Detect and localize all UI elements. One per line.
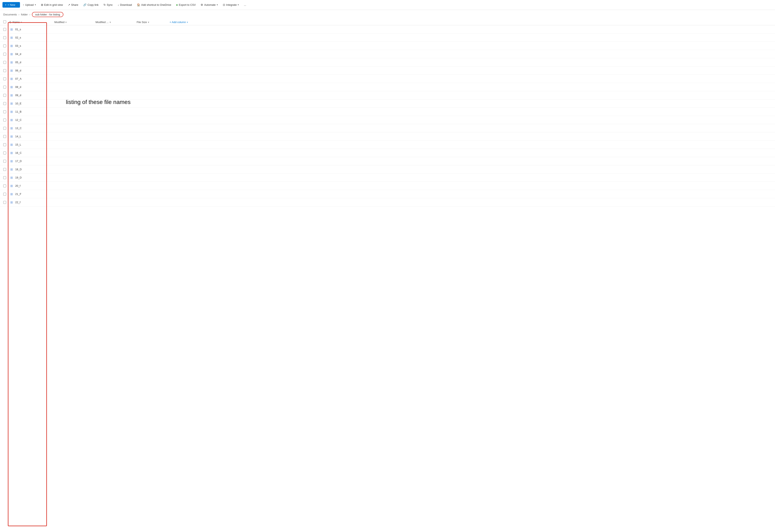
file-name[interactable]: 14_L	[15, 135, 48, 138]
table-row[interactable]: ⊞ 14_L	[0, 132, 775, 141]
table-row[interactable]: ⊞ 15_L	[0, 141, 775, 149]
file-type-icon: ⊞	[9, 69, 14, 72]
table-row[interactable]: ⊞ 21_F	[0, 190, 775, 198]
file-name[interactable]: 17_D	[15, 159, 48, 163]
file-name[interactable]: 16_C	[15, 151, 48, 154]
select-all-checkbox[interactable]	[3, 20, 9, 24]
table-row[interactable]: ⊞ 03_s	[0, 42, 775, 50]
row-checkbox[interactable]	[3, 94, 9, 97]
toolbar: + + New ▾ ↑ Upload ▾ ⊞ Edit in grid view…	[0, 0, 775, 10]
integrate-button[interactable]: ⊡ Integrate ▾	[221, 2, 241, 7]
header-checkbox[interactable]	[3, 20, 6, 23]
table-row[interactable]: ⊞ 01_s	[0, 25, 775, 34]
table-row[interactable]: ⊞ 09_d	[0, 91, 775, 99]
download-button[interactable]: ↓ Download	[116, 2, 134, 7]
row-checkbox[interactable]	[3, 168, 9, 171]
table-row[interactable]: ⊞ 16_C	[0, 149, 775, 157]
row-checkbox[interactable]	[3, 127, 9, 130]
table-row[interactable]: ⊞ 02_s	[0, 34, 775, 42]
table-row[interactable]: ⊞ 08_d	[0, 83, 775, 91]
file-name[interactable]: 22_f	[15, 201, 48, 204]
file-name[interactable]: 04_d	[15, 52, 48, 56]
table-row[interactable]: ⊞ 17_D	[0, 157, 775, 165]
file-name[interactable]: 01_s	[15, 28, 48, 31]
row-checkbox[interactable]	[3, 151, 9, 154]
sync-button[interactable]: ↻ Sync	[101, 2, 115, 7]
new-chevron-icon: ▾	[16, 3, 17, 6]
breadcrumb-folder[interactable]: folder	[21, 13, 28, 16]
modified-by-sort-icon: ∨	[109, 21, 111, 23]
file-name[interactable]: 08_d	[15, 85, 48, 88]
new-button[interactable]: + + New ▾	[2, 2, 20, 8]
file-name[interactable]: 02_s	[15, 36, 48, 39]
file-name[interactable]: 06_d	[15, 69, 48, 72]
file-name[interactable]: 21_F	[15, 192, 48, 195]
file-name[interactable]: 03_s	[15, 44, 48, 47]
upload-icon: ↑	[23, 3, 24, 6]
row-checkbox[interactable]	[3, 135, 9, 138]
file-name[interactable]: 09_d	[15, 94, 48, 97]
file-name[interactable]: 05_d	[15, 61, 48, 64]
row-checkbox[interactable]	[3, 143, 9, 146]
table-row[interactable]: ⊞ 22_f	[0, 198, 775, 206]
table-row[interactable]: ⊞ 06_d	[0, 66, 775, 75]
row-checkbox[interactable]	[3, 184, 9, 187]
name-column-header[interactable]: 🗋 Name ∨	[9, 21, 54, 24]
file-name[interactable]: 13_C	[15, 127, 48, 130]
add-shortcut-button[interactable]: 🏠 Add shortcut to OneDrive	[135, 2, 173, 7]
file-size-column-header[interactable]: File Size ∨	[137, 21, 169, 24]
sync-icon: ↻	[103, 3, 106, 6]
file-name[interactable]: 12_C	[15, 118, 48, 121]
row-checkbox[interactable]	[3, 61, 9, 64]
modified-column-header[interactable]: Modified ∨	[54, 21, 95, 24]
file-name[interactable]: 11_B	[15, 110, 48, 113]
file-size-sort-icon: ∨	[148, 21, 149, 23]
file-type-icon: ⊞	[9, 200, 14, 204]
add-column-button[interactable]: + Add column ∨	[169, 21, 188, 24]
table-row[interactable]: ⊞ 11_B	[0, 108, 775, 116]
row-checkbox[interactable]	[3, 176, 9, 179]
share-button[interactable]: ↗ Share	[66, 2, 80, 7]
file-type-icon: ⊞	[9, 93, 14, 97]
row-checkbox[interactable]	[3, 102, 9, 105]
table-row[interactable]: ⊞ 19_D	[0, 173, 775, 182]
new-label: + New	[8, 3, 15, 6]
table-row[interactable]: ⊞ 05_d	[0, 58, 775, 66]
file-name[interactable]: 20_f	[15, 184, 48, 187]
table-row[interactable]: ⊞ 20_f	[0, 182, 775, 190]
file-name[interactable]: 18_D	[15, 168, 48, 171]
row-checkbox[interactable]	[3, 28, 9, 31]
row-checkbox[interactable]	[3, 69, 9, 72]
breadcrumb-current[interactable]: sub folder - for listing	[32, 12, 63, 17]
copy-link-icon: 🔗	[83, 3, 86, 6]
row-checkbox[interactable]	[3, 193, 9, 195]
file-name[interactable]: 10_E	[15, 102, 48, 105]
row-checkbox[interactable]	[3, 44, 9, 47]
upload-button[interactable]: ↑ Upload ▾	[21, 2, 38, 7]
share-icon: ↗	[68, 3, 70, 6]
table-row[interactable]: ⊞ 07_A	[0, 75, 775, 83]
row-checkbox[interactable]	[3, 110, 9, 113]
row-checkbox[interactable]	[3, 201, 9, 204]
table-row[interactable]: ⊞ 10_E	[0, 99, 775, 108]
table-row[interactable]: ⊞ 18_D	[0, 165, 775, 173]
file-name[interactable]: 15_L	[15, 143, 48, 146]
more-button[interactable]: ...	[242, 2, 248, 7]
table-row[interactable]: ⊞ 12_C	[0, 116, 775, 124]
row-checkbox[interactable]	[3, 160, 9, 163]
file-name[interactable]: 07_A	[15, 77, 48, 80]
automate-button[interactable]: ⚙ Automate ▾	[199, 2, 220, 7]
file-name[interactable]: 19_D	[15, 176, 48, 179]
edit-grid-button[interactable]: ⊞ Edit in grid view	[39, 2, 65, 7]
row-checkbox[interactable]	[3, 77, 9, 80]
row-checkbox[interactable]	[3, 53, 9, 56]
table-row[interactable]: ⊞ 13_C	[0, 124, 775, 132]
row-checkbox[interactable]	[3, 36, 9, 39]
breadcrumb-documents[interactable]: Documents	[3, 13, 17, 16]
row-checkbox[interactable]	[3, 86, 9, 88]
row-checkbox[interactable]	[3, 119, 9, 121]
modified-by-column-header[interactable]: Modified ... ∨	[95, 21, 137, 24]
table-row[interactable]: ⊞ 04_d	[0, 50, 775, 58]
copy-link-button[interactable]: 🔗 Copy link	[81, 2, 100, 7]
export-csv-button[interactable]: ● Export to CSV	[174, 2, 198, 7]
